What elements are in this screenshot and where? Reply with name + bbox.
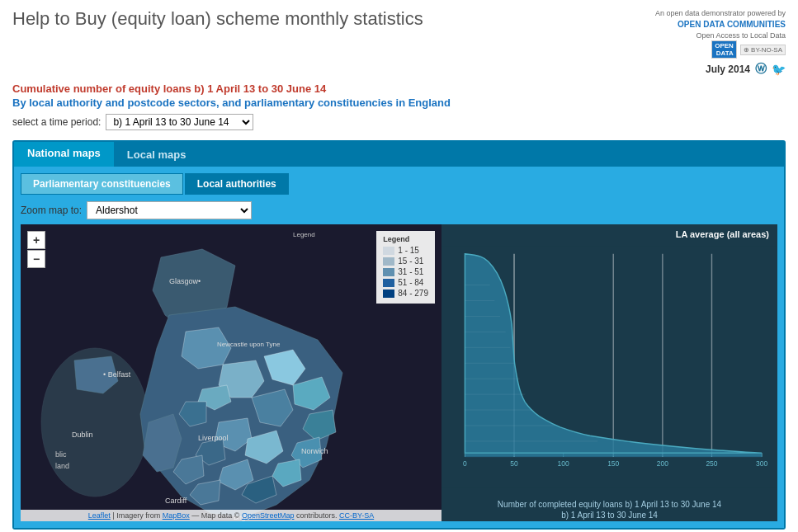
legend-item: 1 - 15 [383, 246, 428, 255]
legend-label-3: 31 - 51 [398, 267, 423, 276]
svg-text:Cardiff: Cardiff [165, 497, 187, 505]
chart-svg: 0 50 100 150 200 250 300 [441, 239, 777, 495]
chart-container: LA average (all areas) 0 50 [441, 224, 777, 521]
time-period-label: select a time period: [12, 116, 101, 128]
subtitle-area: Cumulative number of equity loans b) 1 A… [0, 81, 798, 140]
header-right: An open data demonstrator powered by OPE… [655, 8, 786, 77]
legend-color-1 [383, 247, 394, 255]
tab-local-authorities[interactable]: Local authorities [185, 173, 289, 195]
legend-color-3 [383, 268, 394, 276]
svg-text:50: 50 [510, 459, 518, 468]
tab-national-maps[interactable]: National maps [14, 142, 114, 167]
legend-color-5 [383, 290, 394, 298]
subtitle-line1: Cumulative number of equity loans b) 1 A… [12, 82, 786, 95]
license-link[interactable]: CC-BY-SA [339, 511, 374, 520]
page-header: Help to Buy (equity loan) scheme monthly… [0, 0, 798, 81]
date-display: July 2014 [706, 64, 750, 75]
main-content-area: Glasgow• • Belfast Liverpool Dublin Newc… [21, 224, 777, 521]
legend-color-2 [383, 257, 394, 266]
map-attribution: Leaflet | Imagery from MapBox — Map data… [21, 510, 441, 521]
svg-text:Newcastle upon Tyne: Newcastle upon Tyne [217, 341, 281, 348]
osm-link[interactable]: OpenStreetMap [242, 511, 295, 520]
inner-tab-container: Parliamentary constituencies Local autho… [21, 173, 777, 521]
svg-text:250: 250 [706, 459, 717, 468]
time-period-select[interactable]: b) 1 April 13 to 30 June 14 a) 1 April 1… [106, 114, 253, 130]
page-title: Help to Buy (equity loan) scheme monthly… [12, 8, 423, 30]
legend-item: 51 - 84 [383, 278, 428, 287]
svg-text:• Belfast: • Belfast [103, 370, 131, 379]
svg-text:Dublin: Dublin [72, 431, 93, 439]
legend-color-4 [383, 279, 394, 287]
svg-text:Norwich: Norwich [301, 447, 328, 455]
legend-item: 15 - 31 [383, 257, 428, 266]
svg-text:Legend: Legend [293, 231, 315, 238]
time-period-row: select a time period: b) 1 April 13 to 3… [12, 114, 786, 130]
zoom-out-button[interactable]: − [27, 250, 45, 268]
map-controls: + − [27, 231, 45, 268]
wordpress-icon[interactable]: ⓦ [755, 62, 767, 77]
tab-local-maps[interactable]: Local maps [114, 142, 200, 167]
svg-text:land: land [55, 462, 69, 470]
chart-x-label: Number of completed equity loans b) 1 Ap… [441, 497, 777, 521]
outer-tab-content: Parliamentary constituencies Local autho… [14, 167, 784, 528]
map-container: Glasgow• • Belfast Liverpool Dublin Newc… [21, 224, 441, 521]
outer-tab-container: National maps Local maps Parliamentary c… [12, 140, 786, 530]
legend-item: 84 - 279 [383, 289, 428, 298]
badges: OPENDATA ⊕ BY-NO-SA [655, 40, 786, 59]
svg-text:Glasgow•: Glasgow• [169, 277, 201, 285]
legend-item: 31 - 51 [383, 267, 428, 276]
zoom-select[interactable]: Aldershot [87, 201, 252, 219]
chart-title: LA average (all areas) [441, 224, 777, 239]
legend-label-2: 15 - 31 [398, 257, 423, 266]
leaflet-link[interactable]: Leaflet [88, 511, 111, 520]
subtitle-line2: By local authority and postcode sectors,… [12, 97, 786, 109]
svg-text:0: 0 [463, 459, 467, 468]
tab-parliamentary-constituencies[interactable]: Parliamentary constituencies [21, 173, 183, 195]
inner-tabs: Parliamentary constituencies Local autho… [21, 173, 777, 195]
svg-text:blic: blic [55, 450, 67, 459]
legend-label-4: 51 - 84 [398, 278, 423, 287]
mapbox-link[interactable]: MapBox [163, 511, 190, 520]
legend-label-5: 84 - 279 [398, 289, 428, 298]
svg-text:200: 200 [657, 459, 668, 468]
svg-text:Liverpool: Liverpool [198, 434, 229, 442]
zoom-in-button[interactable]: + [27, 231, 45, 249]
twitter-icon[interactable]: 🐦 [772, 63, 786, 76]
zoom-label: Zoom map to: [21, 205, 82, 216]
open-data-badge: OPENDATA [711, 40, 737, 59]
cc-badge: ⊕ BY-NO-SA [740, 45, 786, 55]
map-legend: Legend 1 - 15 15 - 31 31 - 51 [376, 231, 435, 304]
svg-text:300: 300 [756, 459, 767, 468]
open-data-text: An open data demonstrator powered by OPE… [655, 8, 786, 40]
legend-label-1: 1 - 15 [398, 246, 419, 255]
svg-text:100: 100 [558, 459, 569, 468]
outer-tabs: National maps Local maps [14, 142, 784, 167]
zoom-row: Zoom map to: Aldershot [21, 201, 777, 219]
svg-text:150: 150 [607, 459, 619, 468]
date-line: July 2014 ⓦ 🐦 [655, 62, 786, 77]
